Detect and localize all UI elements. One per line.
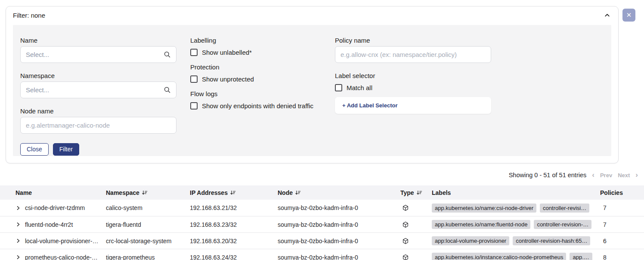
endpoint-ip: 192.168.63.24/32 [190, 254, 278, 260]
filter-panel-header: Filter: none [6, 6, 618, 19]
policy-name-label: Policy name [335, 37, 491, 44]
policies-count: 7 [600, 221, 644, 228]
endpoint-namespace: tigera-fluentd [106, 221, 190, 228]
pod-icon [402, 204, 409, 211]
endpoint-node: soumya-bz-0zbo-kadm-infra-0 [278, 221, 400, 228]
table-row[interactable]: prometheus-calico-node-… tigera-promethe… [0, 249, 644, 260]
label-chip: app.kubernetes.io/instance:calico-node-p… [432, 253, 566, 260]
endpoint-ip: 192.168.63.23/32 [190, 221, 278, 228]
show-unlabelled-label: Show unlabelled* [202, 49, 252, 56]
policies-count: 8 [600, 254, 644, 260]
add-label-selector-label: + Add Label Selector [342, 102, 397, 109]
endpoint-ip: 192.168.63.20/32 [190, 238, 278, 244]
endpoint-node: soumya-bz-0zbo-kadm-infra-0 [278, 204, 400, 211]
close-button[interactable]: Close [20, 143, 49, 156]
name-select-input[interactable] [26, 51, 160, 58]
endpoint-node: soumya-bz-0zbo-kadm-infra-0 [278, 238, 400, 244]
protection-label: Protection [190, 63, 321, 71]
prev-arrow-icon[interactable]: ‹ [592, 172, 594, 178]
label-chip: controller-revision-hash:65… [513, 236, 590, 245]
filter-panel: Filter: none Name Namespace Node name Cl… [6, 6, 619, 163]
show-unprotected-label: Show unprotected [202, 75, 254, 83]
endpoint-node: soumya-bz-0zbo-kadm-infra-0 [278, 254, 400, 260]
sort-icon [416, 190, 422, 196]
entries-count: Showing 0 - 51 of 51 entries [509, 172, 587, 179]
flow-logs-label: Flow logs [190, 90, 321, 97]
prev-button[interactable]: Prev [600, 172, 612, 179]
filter-form: Name Namespace Node name Close Filter La… [13, 25, 611, 156]
expand-row-icon[interactable] [15, 222, 21, 227]
node-name-field[interactable] [20, 117, 176, 134]
column-header-policies: Policies [600, 189, 644, 196]
policy-name-field[interactable] [335, 46, 491, 63]
column-header-namespace[interactable]: Namespace [106, 189, 190, 196]
label-chip: controller-revision-… [534, 220, 591, 229]
label-chip: app:local-volume-provisioner [432, 236, 509, 245]
pod-icon [402, 238, 409, 244]
column-header-name[interactable]: Name [0, 189, 106, 196]
show-unlabelled-checkbox[interactable] [190, 49, 198, 56]
denied-traffic-option: Show only endpoints with denied traffic [190, 102, 321, 110]
pod-icon [402, 254, 409, 260]
labelling-label: Labelling [190, 37, 321, 44]
pod-icon [402, 221, 409, 228]
expand-row-icon[interactable] [15, 205, 21, 211]
show-unprotected-option: Show unprotected [190, 75, 321, 83]
endpoint-name: local-volume-provisioner-… [25, 238, 98, 244]
search-icon [164, 86, 171, 94]
match-all-option: Match all [335, 84, 491, 91]
filter-actions: Close Filter [20, 143, 176, 156]
endpoint-namespace: crc-local-storage-system [106, 238, 190, 244]
chevron-up-icon [604, 12, 610, 19]
expand-row-icon[interactable] [15, 238, 21, 244]
denied-traffic-checkbox[interactable] [190, 102, 198, 110]
filter-title: Filter: none [13, 12, 45, 19]
pagination-bar: Showing 0 - 51 of 51 entries ‹ Prev Next… [0, 172, 638, 179]
namespace-label: Namespace [20, 72, 176, 79]
show-unprotected-checkbox[interactable] [190, 75, 198, 83]
name-select[interactable] [20, 46, 176, 63]
show-unlabelled-option: Show unlabelled* [190, 49, 321, 56]
name-label: Name [20, 37, 176, 44]
sort-icon [230, 190, 236, 196]
label-selector-label: Label selector [335, 72, 491, 79]
label-chip: controller-revisi… [540, 204, 589, 213]
column-header-ip-addresses[interactable]: IP Addresses [190, 189, 278, 196]
sort-icon [295, 190, 301, 196]
endpoint-namespace: calico-system [106, 204, 190, 211]
policies-count: 7 [600, 204, 644, 211]
endpoint-name: prometheus-calico-node-… [25, 254, 98, 260]
filter-form-column-3: Policy name Label selector Match all + A… [335, 37, 491, 156]
table-header-row: Name Namespace IP Addresses Node Type La… [0, 185, 644, 200]
endpoint-name: csi-node-driver-tzdmm [25, 204, 85, 211]
add-label-selector-button[interactable]: + Add Label Selector [335, 97, 491, 114]
sort-icon [142, 190, 148, 196]
search-icon [164, 51, 171, 58]
match-all-label: Match all [347, 84, 372, 91]
policy-name-input[interactable] [341, 51, 486, 58]
namespace-select[interactable] [20, 81, 176, 98]
endpoints-table: Name Namespace IP Addresses Node Type La… [0, 185, 644, 260]
collapse-panel-button[interactable] [603, 11, 611, 19]
next-arrow-icon[interactable]: › [635, 172, 638, 178]
filter-form-column-1: Name Namespace Node name Close Filter [20, 37, 176, 156]
table-row[interactable]: local-volume-provisioner-… crc-local-sto… [0, 232, 644, 249]
next-button[interactable]: Next [618, 172, 630, 179]
match-all-checkbox[interactable] [335, 84, 342, 91]
denied-traffic-label: Show only endpoints with denied traffic [202, 102, 313, 110]
close-icon[interactable]: ✕ [622, 9, 635, 22]
namespace-select-input[interactable] [26, 86, 160, 94]
filter-form-column-2: Labelling Show unlabelled* Protection Sh… [190, 37, 321, 156]
expand-row-icon[interactable] [15, 254, 21, 260]
node-name-input[interactable] [26, 122, 171, 129]
column-header-node[interactable]: Node [278, 189, 400, 196]
endpoint-ip: 192.168.63.21/32 [190, 204, 278, 211]
endpoint-name: fluentd-node-4rr2t [25, 221, 73, 228]
label-chip: app.kubernetes.io/name:csi-node-driver [432, 204, 536, 213]
column-header-type[interactable]: Type [400, 189, 432, 196]
table-row[interactable]: csi-node-driver-tzdmm calico-system 192.… [0, 200, 644, 216]
table-row[interactable]: fluentd-node-4rr2t tigera-fluentd 192.16… [0, 216, 644, 232]
label-chip: app.kubernetes.io/name:fluentd-node [432, 220, 530, 229]
column-header-labels: Labels [432, 189, 600, 196]
filter-button[interactable]: Filter [53, 143, 79, 156]
